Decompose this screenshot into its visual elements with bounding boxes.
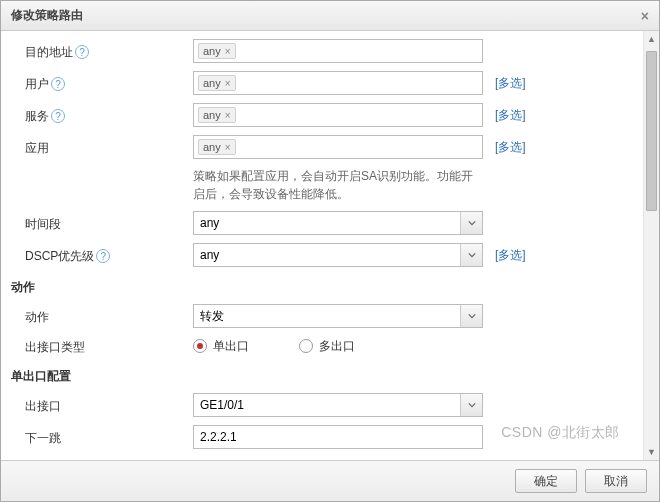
cancel-button[interactable]: 取消 [585,469,647,493]
radio-single-exit[interactable]: 单出口 [193,338,249,355]
tag-any: any × [198,43,236,59]
more-link[interactable]: [多选] [495,248,526,262]
label-timerange: 时间段 [25,214,193,233]
chevron-down-icon[interactable] [460,212,482,234]
tag-any: any × [198,75,236,91]
label-dest-addr: 目的地址 ? [25,42,193,61]
tag-remove-icon[interactable]: × [225,78,231,89]
scroll-up-icon[interactable]: ▲ [644,31,659,47]
radio-icon [193,339,207,353]
help-icon[interactable]: ? [75,45,89,59]
row-timerange: 时间段 [1,207,643,239]
more-link[interactable]: [多选] [495,108,526,122]
help-icon[interactable]: ? [51,109,65,123]
service-tagbox[interactable]: any × [193,103,483,127]
label-user: 用户 ? [25,74,193,93]
dialog: 修改策略路由 × 目的地址 ? any × [0,0,660,502]
more-link[interactable]: [多选] [495,76,526,90]
radio-icon [299,339,313,353]
row-service: 服务 ? any × [多选] [1,99,643,131]
dscp-select[interactable] [193,243,483,267]
label-action: 动作 [25,307,193,326]
dscp-input[interactable] [193,243,483,267]
titlebar: 修改策略路由 × [1,1,659,31]
chevron-down-icon[interactable] [460,305,482,327]
row-app: 应用 any × [多选] [1,131,643,163]
scrollbar[interactable]: ▲ ▼ [643,31,659,460]
timerange-select[interactable] [193,211,483,235]
help-icon[interactable]: ? [96,249,110,263]
exit-type-radios: 单出口 多出口 [193,338,483,355]
label-app: 应用 [25,138,193,157]
row-nexthop: 下一跳 [1,421,643,453]
content: 目的地址 ? any × 用户 ? [1,31,643,460]
tag-any: any × [198,107,236,123]
destaddr-tagbox[interactable]: any × [193,39,483,63]
close-icon[interactable]: × [641,8,649,24]
chevron-down-icon[interactable] [460,394,482,416]
tag-remove-icon[interactable]: × [225,110,231,121]
scroll-down-icon[interactable]: ▼ [644,444,659,460]
scrollbar-thumb[interactable] [646,51,657,211]
app-note: 策略如果配置应用，会自动开启SA识别功能。功能开启后，会导致设备性能降低。 [193,167,483,203]
ok-button[interactable]: 确定 [515,469,577,493]
row-exit-type: 出接口类型 单出口 多出口 [1,332,643,360]
app-tagbox[interactable]: any × [193,135,483,159]
row-app-note: 策略如果配置应用，会自动开启SA识别功能。功能开启后，会导致设备性能降低。 [1,163,643,207]
label-nexthop: 下一跳 [25,428,193,447]
timerange-input[interactable] [193,211,483,235]
label-dscp: DSCP优先级 ? [25,246,193,265]
row-dscp: DSCP优先级 ? [多选] [1,239,643,271]
interface-select[interactable] [193,393,483,417]
row-dest-addr: 目的地址 ? any × [1,35,643,67]
interface-input[interactable] [193,393,483,417]
user-tagbox[interactable]: any × [193,71,483,95]
expand-monitor[interactable]: ▼ 监控 [1,453,643,460]
tag-any: any × [198,139,236,155]
more-link[interactable]: [多选] [495,140,526,154]
content-wrap: 目的地址 ? any × 用户 ? [1,31,659,460]
tag-remove-icon[interactable]: × [225,142,231,153]
row-action: 动作 [1,300,643,332]
help-icon[interactable]: ? [51,77,65,91]
nexthop-input[interactable] [193,425,483,449]
row-user: 用户 ? any × [多选] [1,67,643,99]
label-interface: 出接口 [25,396,193,415]
action-input[interactable] [193,304,483,328]
tag-remove-icon[interactable]: × [225,46,231,57]
action-select[interactable] [193,304,483,328]
label-service: 服务 ? [25,106,193,125]
chevron-down-icon[interactable] [460,244,482,266]
section-single-exit: 单出口配置 [1,360,643,389]
label-exit-type: 出接口类型 [25,337,193,356]
dialog-title: 修改策略路由 [11,7,83,24]
row-interface: 出接口 [1,389,643,421]
footer: 确定 取消 [1,460,659,501]
expand-label[interactable]: 监控 [39,459,63,460]
section-action: 动作 [1,271,643,300]
radio-multi-exit[interactable]: 多出口 [299,338,355,355]
